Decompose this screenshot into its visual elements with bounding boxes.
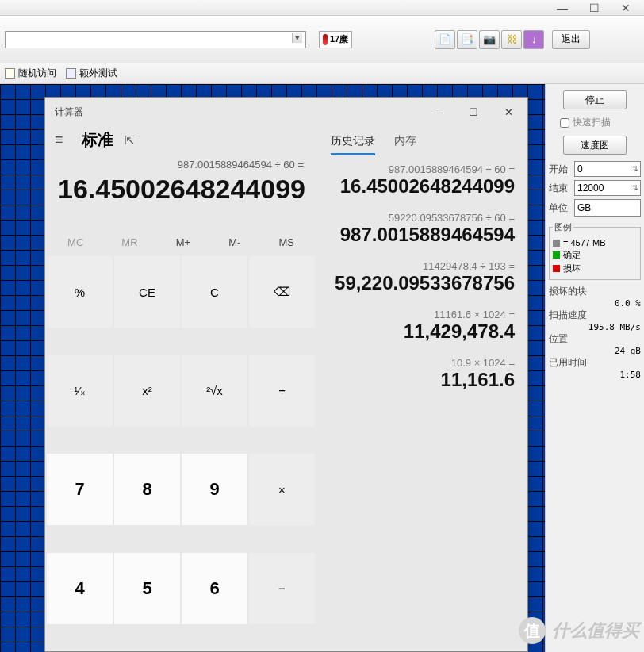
end-input[interactable]: 12000 (574, 180, 641, 196)
thermometer-icon (323, 34, 328, 45)
key-percent[interactable]: % (47, 256, 113, 328)
history-result: 11,429,478.4 (329, 320, 515, 343)
app-minimize-icon[interactable]: — (555, 2, 569, 13)
calculator-expression: 987.0015889464594 ÷ 60 = (45, 155, 316, 174)
key-multiply[interactable]: × (249, 454, 315, 525)
end-label: 结束 (549, 182, 571, 195)
key-6[interactable]: 6 (182, 553, 247, 624)
watermark-text: 什么值得买 (552, 619, 639, 642)
mem-mc[interactable]: MC (67, 236, 83, 248)
fast-scan-label: 快速扫描 (573, 116, 611, 129)
history-expression: 11429478.4 ÷ 193 = (329, 260, 515, 272)
history-result: 987.0015889464594 (329, 224, 515, 246)
random-access-label: 随机访问 (18, 67, 56, 80)
unit-label: 单位 (549, 201, 571, 215)
hamburger-icon[interactable]: ≡ (55, 132, 71, 148)
mem-mr[interactable]: MR (121, 236, 137, 248)
position-label: 位置 (549, 332, 641, 346)
key-9[interactable]: 9 (182, 454, 247, 525)
mem-mplus[interactable]: M+ (176, 236, 190, 248)
stop-button[interactable]: 停止 (563, 90, 627, 109)
legend-color-icon (553, 265, 560, 272)
calc-minimize-icon[interactable]: — (421, 100, 456, 124)
key-minus[interactable]: − (249, 553, 315, 624)
calculator-result: 16.45002648244099 (45, 174, 316, 205)
random-access-toggle[interactable]: 随机访问 (5, 67, 56, 80)
toolbar-camera-icon[interactable]: 📷 (479, 30, 500, 49)
tab-memory[interactable]: 内存 (394, 134, 416, 155)
drive-select[interactable] (5, 31, 306, 48)
watermark-icon: 值 (519, 617, 546, 644)
history-item[interactable]: 10.9 × 1024 =11,161.6 (329, 357, 515, 391)
position-value: 24 gB (549, 346, 641, 356)
toolbar-download-icon[interactable]: ↓ (523, 30, 544, 49)
legend-color-icon (553, 240, 560, 247)
extra-test-toggle[interactable]: 额外测试 (66, 67, 117, 80)
start-input[interactable]: 0 (574, 161, 641, 177)
history-result: 16.45002648244099 (329, 175, 515, 198)
damaged-blocks-value: 0.0 % (549, 298, 641, 309)
watermark: 值 什么值得买 (519, 617, 639, 644)
history-expression: 11161.6 × 1024 = (329, 309, 515, 320)
key-sqrt[interactable]: ²√x (182, 355, 247, 427)
key-square[interactable]: x² (114, 355, 180, 427)
history-expression: 10.9 × 1024 = (329, 357, 515, 369)
key-ce[interactable]: CE (114, 256, 180, 328)
key-5[interactable]: 5 (114, 553, 180, 624)
checkbox-icon (66, 68, 76, 79)
memory-row: MC MR M+ M- MS (45, 205, 316, 255)
toolbar-link-icon[interactable]: ⛓ (501, 30, 522, 49)
speed-map-button[interactable]: 速度图 (563, 136, 627, 155)
history-item[interactable]: 11429478.4 ÷ 193 =59,220.09533678756 (329, 260, 515, 294)
key-4[interactable]: 4 (47, 553, 113, 624)
mem-mminus[interactable]: M- (228, 236, 240, 248)
damaged-blocks-label: 损坏的块 (549, 285, 641, 298)
fast-scan-input[interactable] (560, 118, 569, 128)
checkbox-icon (5, 68, 15, 79)
history-expression: 59220.09533678756 ÷ 60 = (329, 212, 515, 224)
keypad: % CE C ⌫ ¹⁄ₓ x² ²√x ÷ 7 8 9 × 4 5 6 − (45, 255, 316, 651)
app-close-icon[interactable]: ✕ (619, 2, 633, 13)
app-maximize-icon[interactable]: ☐ (587, 2, 601, 13)
calculator-window: 计算器 — ☐ ✕ ≡ 标准 ⇱ 987.0015889464594 ÷ 60 … (44, 97, 528, 652)
toolbar-paste-icon[interactable]: 📑 (457, 30, 477, 49)
calc-close-icon[interactable]: ✕ (491, 100, 526, 124)
history-item[interactable]: 987.0015889464594 ÷ 60 =16.4500264824409… (329, 163, 515, 198)
history-item[interactable]: 59220.09533678756 ÷ 60 =987.001588946459… (329, 212, 515, 246)
calculator-mode: 标准 (82, 129, 113, 151)
history-item[interactable]: 11161.6 × 1024 =11,429,478.4 (329, 309, 515, 343)
legend-box: 图例 = 4577 MB 确定 损坏 (549, 221, 641, 280)
calculator-title: 计算器 (55, 105, 83, 119)
elapsed-label: 已用时间 (549, 356, 641, 370)
key-reciprocal[interactable]: ¹⁄ₓ (47, 355, 113, 427)
history-result: 59,220.09533678756 (329, 272, 515, 294)
pin-icon[interactable]: ⇱ (125, 133, 135, 148)
scan-speed-label: 扫描速度 (549, 309, 641, 322)
exit-button[interactable]: 退出 (552, 30, 590, 49)
temperature-indicator: 17糜 (319, 31, 352, 48)
unit-select[interactable]: GB (574, 199, 641, 217)
calc-maximize-icon[interactable]: ☐ (456, 100, 491, 124)
start-label: 开始 (549, 163, 571, 176)
extra-test-label: 额外测试 (79, 67, 117, 80)
key-7[interactable]: 7 (47, 454, 113, 525)
elapsed-value: 1:58 (549, 370, 641, 380)
fast-scan-checkbox[interactable]: 快速扫描 (560, 116, 641, 129)
temperature-value: 17糜 (330, 33, 348, 45)
key-8[interactable]: 8 (114, 454, 180, 525)
mem-ms[interactable]: MS (278, 236, 294, 248)
key-backspace[interactable]: ⌫ (249, 256, 315, 328)
key-c[interactable]: C (182, 256, 247, 328)
history-expression: 987.0015889464594 ÷ 60 = (329, 163, 515, 175)
key-divide[interactable]: ÷ (249, 355, 315, 427)
toolbar-copy-icon[interactable]: 📄 (435, 30, 455, 49)
legend-title: 图例 (553, 221, 573, 233)
legend-color-icon (553, 251, 560, 259)
scan-speed-value: 195.8 MB/s (549, 322, 641, 332)
scan-panel: 停止 快速扫描 速度图 开始 0 结束 12000 单位 GB 图例 = 457… (545, 84, 644, 652)
tab-history[interactable]: 历史记录 (331, 134, 375, 155)
history-result: 11,161.6 (329, 369, 515, 391)
history-list: 987.0015889464594 ÷ 60 =16.4500264824409… (316, 155, 527, 651)
